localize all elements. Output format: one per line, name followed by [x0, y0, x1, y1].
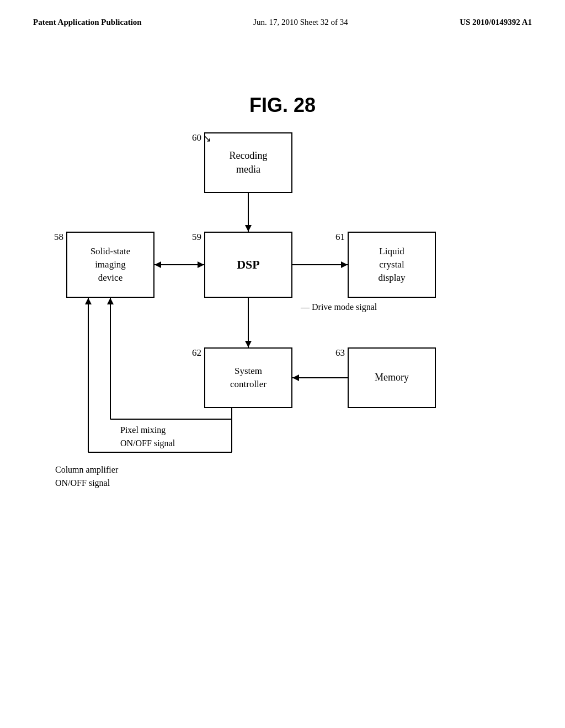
svg-marker-3 — [198, 261, 204, 268]
box-memory: Memory — [348, 347, 436, 408]
ref-59: 59 — [192, 232, 201, 243]
box-lcd: Liquidcrystaldisplay — [348, 232, 436, 298]
box-recoding-media: Recodingmedia — [204, 132, 292, 193]
ref-60: 60 — [192, 132, 201, 143]
ref-63: 63 — [335, 347, 345, 358]
box-dsp: DSP — [204, 232, 292, 298]
page-header: Patent Application Publication Jun. 17, … — [0, 0, 565, 27]
ref-61: 61 — [335, 232, 345, 243]
svg-marker-1 — [245, 225, 252, 232]
header-right: US 2010/0149392 A1 — [460, 18, 532, 27]
header-center: Jun. 17, 2010 Sheet 32 of 34 — [253, 18, 348, 27]
diagram-area: FIG. 28 — [0, 77, 565, 711]
label-drive-mode: — Drive mode signal — [301, 302, 377, 312]
svg-marker-18 — [85, 298, 92, 304]
svg-marker-4 — [154, 261, 161, 268]
svg-marker-8 — [245, 341, 252, 347]
svg-marker-17 — [107, 298, 114, 304]
ref-58: 58 — [54, 232, 63, 243]
header-left: Patent Application Publication — [33, 18, 142, 27]
label-column-amp: Column amplifierON/OFF signal — [55, 463, 118, 490]
box-system-controller: Systemcontroller — [204, 347, 292, 408]
svg-marker-6 — [341, 261, 348, 268]
label-pixel-mixing: Pixel mixingON/OFF signal — [120, 424, 175, 450]
box-solid-state: Solid-stateimagingdevice — [66, 232, 154, 298]
svg-marker-10 — [292, 374, 299, 381]
ref-62: 62 — [192, 347, 201, 358]
